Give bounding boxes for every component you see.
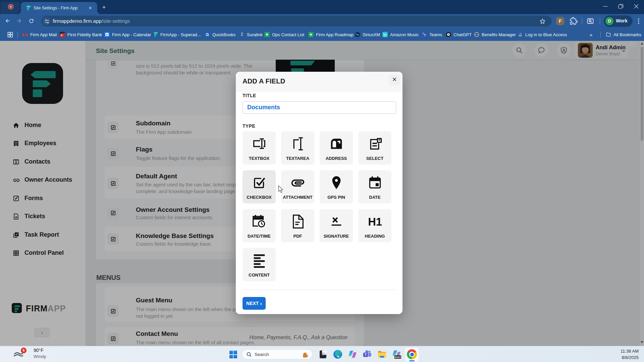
svg-text:H1: H1 — [368, 216, 382, 228]
svg-text:8: 8 — [106, 33, 108, 36]
svg-text:T: T — [365, 353, 367, 357]
svg-text:T: T — [424, 34, 425, 36]
svg-text:M365: M365 — [395, 356, 401, 359]
